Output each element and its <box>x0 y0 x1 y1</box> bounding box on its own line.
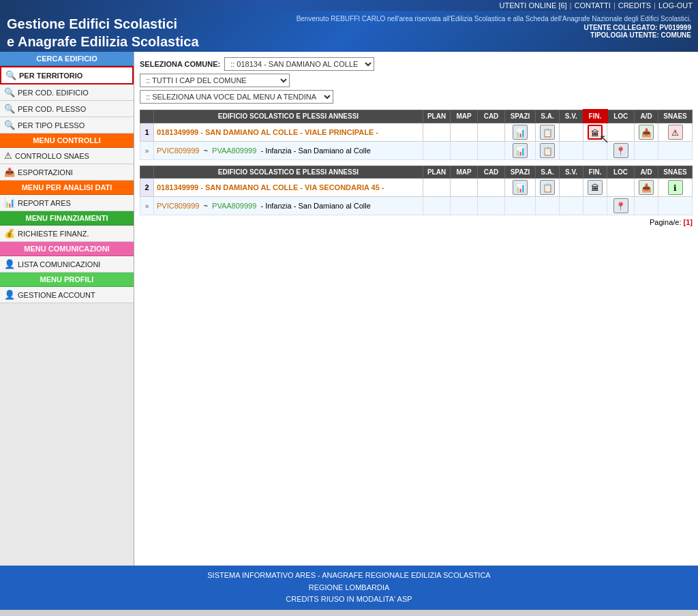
warning-icon: ⚠ <box>4 151 12 161</box>
spazi-icon-btn[interactable]: 📊 <box>513 125 528 140</box>
col-sv-header: S.V. <box>560 110 583 123</box>
plesso-name-link[interactable]: PVAA809999 <box>212 147 256 155</box>
footer: SISTEMA INFORMATIVO ARES - ANAGRAFE REGI… <box>0 566 698 610</box>
row-number: 1 <box>140 123 154 142</box>
search-icon: 🔍 <box>4 120 15 130</box>
col-loc-header: LOC <box>607 110 635 123</box>
building-link[interactable]: 0181349999 - SAN DAMIANO AL COLLE - VIAL… <box>157 128 378 136</box>
building-link-2[interactable]: 0181349999 - SAN DAMIANO AL COLLE - VIA … <box>157 183 384 191</box>
sidebar-item-per-cod-plesso[interactable]: 🔍 PER COD. PLESSO <box>0 101 134 117</box>
search-icon: 🔍 <box>4 87 15 97</box>
main-content: SELEZIONA COMUNE: :: 018134 - SAN DAMIAN… <box>134 52 698 566</box>
snaes-icon-btn[interactable]: ⚠ <box>668 125 683 140</box>
comunicazioni-icon: 👤 <box>4 259 15 269</box>
footer-line3: CREDITS RIUSO IN MODALITA' ASP <box>4 594 694 606</box>
col-edificio-header: EDIFICIO SCOLASTICO E PLESSI ANNESSI <box>154 110 423 123</box>
search-icon: 🔍 <box>5 70 16 80</box>
voce-row: :: SELEZIONA UNA VOCE DAL MENU A TENDINA <box>140 90 693 104</box>
sidebar-item-richieste-finanz[interactable]: 💰 RICHIESTE FINANZ. <box>0 226 134 242</box>
col-snaes-header: SNAES <box>658 110 693 123</box>
menu-profili-label: MENU PROFILI <box>0 273 134 287</box>
comune-select[interactable]: :: 018134 - SAN DAMIANO AL COLLE <box>224 57 374 71</box>
loc-sub-icon-btn[interactable]: 📍 <box>613 143 628 158</box>
cap-select[interactable]: :: TUTTI I CAP DEL COMUNE <box>140 74 290 87</box>
building-name-cell: 0181349999 - SAN DAMIANO AL COLLE - VIAL… <box>154 123 423 142</box>
spazi-sub-icon-btn[interactable]: 📊 <box>513 143 528 158</box>
buildings-table-1: EDIFICIO SCOLASTICO E PLESSI ANNESSI PLA… <box>140 109 693 160</box>
voce-select[interactable]: :: SELEZIONA UNA VOCE DAL MENU A TENDINA <box>140 90 333 104</box>
table-sub-row: » PVIC809999 ~ PVAA809999 - Infanzia - S… <box>140 142 693 160</box>
welcome-message: Benvenuto REBUFFI CARLO nell'area riserv… <box>297 15 691 22</box>
spazi2-icon-btn[interactable]: 📊 <box>513 180 528 195</box>
export-icon: 📤 <box>4 167 15 177</box>
sidebar-item-report-ares[interactable]: 📊 REPORT ARES <box>0 195 134 211</box>
contatti-link[interactable]: CONTATTI <box>575 1 611 10</box>
plesso-code-link[interactable]: PVIC809999 <box>157 147 199 155</box>
seleziona-comune-label: SELEZIONA COMUNE: <box>140 60 220 68</box>
sidebar-item-lista-comunicazioni[interactable]: 👤 LISTA COMUNICAZIONI <box>0 256 134 273</box>
main-layout: CERCA EDIFICIO 🔍 PER TERRITORIO 🔍 PER CO… <box>0 52 698 566</box>
logout-link[interactable]: LOG-OUT <box>658 1 693 10</box>
sidebar-item-per-tipo-plesso[interactable]: 🔍 PER TIPO PLESSO <box>0 117 134 134</box>
sidebar-item-per-cod-edificio[interactable]: 🔍 PER COD. EDIFICIO <box>0 84 134 101</box>
header-user-info: Benvenuto REBUFFI CARLO nell'area riserv… <box>297 15 691 39</box>
ad-icon-btn[interactable]: 📥 <box>639 125 654 140</box>
pagination: Pagina/e: [1] <box>140 215 693 229</box>
fin2-icon-btn[interactable]: 🏛 <box>588 180 603 195</box>
col-fin-header: FIN. <box>583 110 607 123</box>
top-bar: UTENTI ONLINE [6] | CONTATTI | CREDITS |… <box>0 0 698 11</box>
col-ad-header: A/D <box>635 110 658 123</box>
sidebar-item-per-territorio[interactable]: 🔍 PER TERRITORIO <box>0 66 134 84</box>
app-title: Gestione Edifici Scolastici e Anagrafe E… <box>7 15 199 50</box>
fin-icon-btn-highlighted[interactable]: 🏛 <box>588 125 603 140</box>
account-icon: 👤 <box>4 290 15 300</box>
col-cad-header: CAD <box>478 110 505 123</box>
selects-area: SELEZIONA COMUNE: :: 018134 - SAN DAMIAN… <box>140 57 693 104</box>
page-number: [1] <box>684 218 693 226</box>
col-sa-header: S.A. <box>536 110 560 123</box>
sidebar-item-esportazioni[interactable]: 📤 ESPORTAZIONI <box>0 164 134 181</box>
search-icon: 🔍 <box>4 104 15 114</box>
utenti-online: UTENTI ONLINE [6] <box>500 1 567 10</box>
sa-icon-btn[interactable]: 📋 <box>540 125 555 140</box>
footer-line2: REGIONE LOMBARDIA <box>4 582 694 594</box>
col-spazi-header: SPAZI <box>505 110 536 123</box>
table-row: 2 0181349999 - SAN DAMIANO AL COLLE - VI… <box>140 179 693 197</box>
ad2-icon-btn[interactable]: 📥 <box>639 180 654 195</box>
buildings-table-2: EDIFICIO SCOLASTICO E PLESSI ANNESSI PLA… <box>140 166 693 215</box>
loc2-sub-icon-btn[interactable]: 📍 <box>613 198 628 213</box>
sidebar-item-controllo-snaes[interactable]: ⚠ CONTROLLO SNAES <box>0 148 134 164</box>
report-icon: 📊 <box>4 198 15 208</box>
sidebar-item-gestione-account[interactable]: 👤 GESTIONE ACCOUNT <box>0 287 134 303</box>
table-row: 1 0181349999 - SAN DAMIANO AL COLLE - VI… <box>140 123 693 142</box>
menu-comunicazioni-label: MENU COMUNICAZIONI <box>0 242 134 256</box>
cerca-edificio-label: CERCA EDIFICIO <box>0 52 134 66</box>
finanz-icon: 💰 <box>4 228 15 238</box>
utente-collegato: UTENTE COLLEGATO: PV019999 <box>297 24 691 31</box>
table-sub-row-2: » PVIC809999 ~ PVAA809999 - Infanzia - S… <box>140 197 693 215</box>
col-map-header: MAP <box>451 110 478 123</box>
plesso-name-link-2[interactable]: PVAA809999 <box>212 202 256 210</box>
comune-row: SELEZIONA COMUNE: :: 018134 - SAN DAMIAN… <box>140 57 693 71</box>
sidebar: CERCA EDIFICIO 🔍 PER TERRITORIO 🔍 PER CO… <box>0 52 134 566</box>
header: Gestione Edifici Scolastici e Anagrafe E… <box>0 11 698 52</box>
menu-analisi-dati-label: MENU PER ANALISI DATI <box>0 181 134 195</box>
col-plan-header: PLAN <box>423 110 451 123</box>
plesso-code-link-2[interactable]: PVIC809999 <box>157 202 199 210</box>
sa-sub-icon-btn[interactable]: 📋 <box>540 143 555 158</box>
tipologia-utente: TIPOLOGIA UTENTE: COMUNE <box>297 31 691 39</box>
snaes2-icon-btn[interactable]: ℹ <box>668 180 683 195</box>
sa2-icon-btn[interactable]: 📋 <box>540 180 555 195</box>
col-edificio-header2: EDIFICIO SCOLASTICO E PLESSI ANNESSI <box>154 166 423 179</box>
menu-controlli-label: MENU CONTROLLI <box>0 134 134 148</box>
credits-link[interactable]: CREDITS <box>618 1 651 10</box>
footer-line1: SISTEMA INFORMATIVO ARES - ANAGRAFE REGI… <box>4 570 694 582</box>
cap-row: :: TUTTI I CAP DEL COMUNE <box>140 74 693 87</box>
menu-finanziamenti-label: MENU FINANZIAMENTI <box>0 211 134 226</box>
